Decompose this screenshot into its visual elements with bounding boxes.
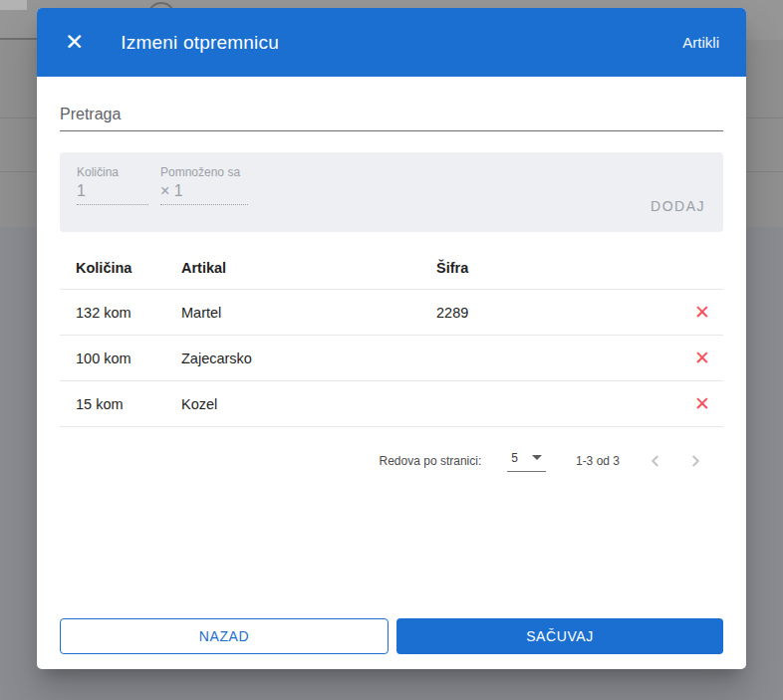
row-article: Martel xyxy=(181,305,436,321)
column-header-quantity: Količina xyxy=(60,260,181,276)
table-row: 132 kom Martel 2289 ✕ xyxy=(60,290,723,336)
search-input[interactable] xyxy=(60,106,723,123)
artikli-link[interactable]: Artikli xyxy=(682,34,719,51)
table-row: 100 kom Zajecarsko ✕ xyxy=(60,336,723,381)
table-header-row: Količina Artikal Šifra xyxy=(60,246,723,290)
search-field xyxy=(60,106,723,131)
paginator-nav xyxy=(636,441,715,481)
column-header-article: Artikal xyxy=(181,260,436,276)
multiplier-label: Pomnoženo sa xyxy=(160,165,248,179)
dialog-footer: NAZAD SAČUVAJ xyxy=(37,618,746,669)
sacuvaj-button[interactable]: SAČUVAJ xyxy=(396,618,723,654)
row-quantity: 132 kom xyxy=(60,305,181,321)
delete-row-icon[interactable]: ✕ xyxy=(694,393,710,414)
dialog-header: ✕ Izmeni otpremnicu Artikli xyxy=(37,8,746,77)
background-element xyxy=(0,0,27,10)
previous-page-icon[interactable] xyxy=(636,441,675,481)
delete-row-icon[interactable]: ✕ xyxy=(694,348,710,368)
row-article: Kozel xyxy=(181,396,436,412)
dodaj-button[interactable]: DODAJ xyxy=(651,198,705,214)
row-code: 2289 xyxy=(436,305,681,321)
page-range-label: 1-3 od 3 xyxy=(576,454,620,468)
chevron-down-icon xyxy=(532,455,542,460)
next-page-icon[interactable] xyxy=(675,441,715,481)
rows-per-page-label: Redova po stranici: xyxy=(380,454,482,468)
close-icon[interactable]: ✕ xyxy=(65,31,84,54)
delete-row-icon[interactable]: ✕ xyxy=(694,302,710,323)
row-quantity: 15 kom xyxy=(60,396,181,412)
table-row: 15 kom Kozel ✕ xyxy=(60,381,723,427)
edit-dispatch-note-dialog: ✕ Izmeni otpremnicu Artikli Količina 1 P… xyxy=(37,8,746,669)
nazad-button[interactable]: NAZAD xyxy=(60,618,389,654)
body-spacer xyxy=(60,481,723,618)
row-quantity: 100 kom xyxy=(60,350,181,366)
rows-per-page-value: 5 xyxy=(511,451,518,465)
dialog-body: Količina 1 Pomnoženo sa × 1 DODAJ Količi… xyxy=(37,77,746,618)
quantity-field: Količina 1 xyxy=(77,165,148,205)
dialog-title: Izmeni otpremnicu xyxy=(121,32,279,54)
articles-table: Količina Artikal Šifra 132 kom Martel 22… xyxy=(60,246,723,427)
column-header-code: Šifra xyxy=(436,260,681,276)
rows-per-page-select[interactable]: 5 xyxy=(507,451,546,472)
quantity-input[interactable]: 1 xyxy=(77,182,148,205)
paginator: Redova po stranici: 5 1-3 od 3 xyxy=(60,441,723,481)
row-article: Zajecarsko xyxy=(181,350,436,366)
multiplier-input[interactable]: × 1 xyxy=(160,182,248,205)
multiplier-field: Pomnoženo sa × 1 xyxy=(160,165,248,205)
quantity-label: Količina xyxy=(77,165,148,179)
add-article-panel: Količina 1 Pomnoženo sa × 1 DODAJ xyxy=(60,152,723,232)
